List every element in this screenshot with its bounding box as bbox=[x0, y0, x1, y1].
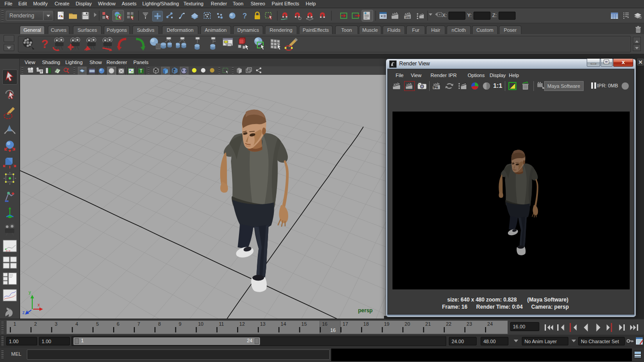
svg-text:persp: persp bbox=[358, 307, 373, 314]
svg-text:13: 13 bbox=[260, 321, 265, 327]
svg-text:?: ? bbox=[243, 12, 247, 20]
svg-text:IPR: IPR bbox=[433, 86, 438, 89]
svg-text:22: 22 bbox=[446, 321, 451, 327]
svg-text:8: 8 bbox=[158, 321, 161, 327]
svg-text:16: 16 bbox=[322, 321, 327, 327]
svg-text:2: 2 bbox=[34, 321, 37, 327]
svg-text:3: 3 bbox=[55, 321, 57, 327]
svg-text:?: ? bbox=[41, 37, 48, 51]
svg-text:19: 19 bbox=[384, 321, 389, 327]
svg-text:5: 5 bbox=[96, 321, 99, 327]
svg-text:10: 10 bbox=[198, 321, 203, 327]
svg-text:16: 16 bbox=[330, 328, 336, 333]
svg-text:4: 4 bbox=[75, 321, 78, 327]
svg-text:T: T bbox=[140, 69, 142, 73]
svg-text:12: 12 bbox=[239, 321, 245, 327]
svg-text:15: 15 bbox=[301, 321, 307, 327]
svg-text:6: 6 bbox=[117, 321, 119, 327]
svg-text:x: x bbox=[38, 302, 40, 307]
svg-text:20: 20 bbox=[405, 321, 410, 327]
svg-text:14: 14 bbox=[281, 321, 286, 327]
svg-text:9: 9 bbox=[179, 321, 181, 327]
svg-text:17: 17 bbox=[343, 321, 348, 327]
svg-text:24: 24 bbox=[487, 321, 493, 327]
svg-text:18: 18 bbox=[363, 321, 369, 327]
svg-text:z: z bbox=[22, 310, 25, 315]
svg-text:y: y bbox=[29, 290, 31, 295]
svg-text:21: 21 bbox=[425, 321, 431, 327]
svg-text:23: 23 bbox=[467, 321, 472, 327]
svg-text:7: 7 bbox=[137, 321, 140, 327]
svg-text:11: 11 bbox=[219, 321, 224, 327]
svg-text:1: 1 bbox=[13, 321, 16, 327]
svg-text:IPR: IPR bbox=[405, 16, 410, 19]
